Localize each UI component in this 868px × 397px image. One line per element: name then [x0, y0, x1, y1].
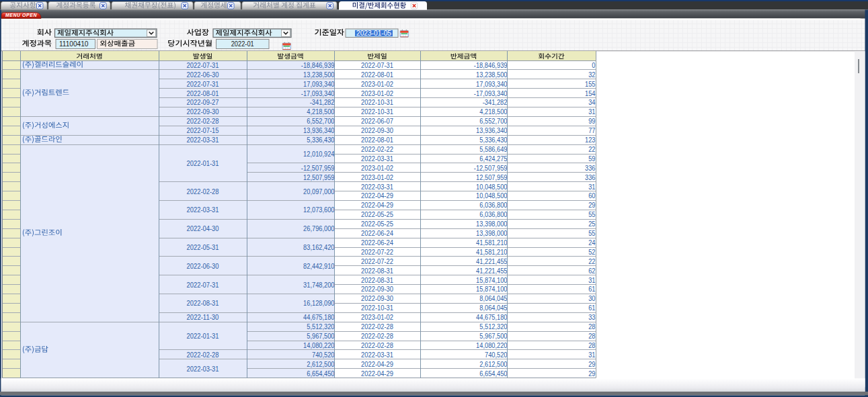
- svg-text:2022-03-31: 2022-03-31: [187, 206, 219, 214]
- svg-text:14,080,220: 14,080,220: [303, 341, 334, 349]
- svg-text:2022-05-31: 2022-05-31: [187, 243, 219, 251]
- svg-text:5,967,500: 5,967,500: [307, 332, 334, 340]
- svg-text:61: 61: [588, 304, 595, 312]
- svg-text:-18,846,939: -18,846,939: [474, 61, 508, 69]
- svg-text:2022-01: 2022-01: [231, 40, 254, 48]
- svg-text:20,097,000: 20,097,000: [303, 187, 334, 195]
- svg-text:31: 31: [588, 351, 595, 359]
- svg-text:55: 55: [588, 229, 595, 237]
- svg-text:2022-09-30: 2022-09-30: [187, 107, 219, 116]
- svg-text:61: 61: [588, 285, 595, 293]
- svg-text:5,512,320: 5,512,320: [479, 322, 507, 330]
- svg-text:28: 28: [588, 332, 595, 340]
- svg-text:336: 336: [585, 164, 595, 172]
- svg-text:2022-08-31: 2022-08-31: [187, 299, 219, 307]
- svg-text:5,512,320: 5,512,320: [307, 322, 334, 330]
- svg-text:10,048,500: 10,048,500: [476, 191, 507, 200]
- svg-text:2023-01-02: 2023-01-02: [361, 313, 393, 321]
- svg-text:-17,093,340: -17,093,340: [474, 89, 508, 97]
- svg-text:10,048,500: 10,048,500: [476, 183, 507, 191]
- svg-text:2022-02-28: 2022-02-28: [187, 117, 219, 125]
- svg-text:6,654,450: 6,654,450: [307, 369, 334, 378]
- svg-text:-341,282: -341,282: [483, 98, 508, 106]
- svg-text:154: 154: [585, 89, 595, 97]
- svg-text:13,238,500: 13,238,500: [476, 71, 507, 79]
- svg-text:2023-01-02: 2023-01-02: [361, 173, 393, 181]
- svg-text:2022-08-01: 2022-08-01: [361, 71, 393, 79]
- svg-text:13,936,340: 13,936,340: [476, 126, 507, 134]
- svg-text:60: 60: [588, 191, 595, 200]
- svg-text:2022-03-31: 2022-03-31: [187, 136, 219, 144]
- svg-text:MENU OPEN: MENU OPEN: [5, 13, 38, 17]
- svg-text:2022-10-31: 2022-10-31: [361, 98, 393, 106]
- svg-text:26,796,000: 26,796,000: [303, 224, 334, 232]
- svg-text:31: 31: [588, 183, 595, 191]
- svg-text:83,162,420: 83,162,420: [303, 243, 334, 251]
- svg-text:2022-06-24: 2022-06-24: [361, 229, 393, 237]
- svg-text:44,675,180: 44,675,180: [303, 313, 334, 321]
- svg-text:-12,507,959: -12,507,959: [474, 164, 508, 172]
- svg-text:29: 29: [588, 369, 595, 378]
- svg-text:2022-06-30: 2022-06-30: [187, 71, 219, 79]
- svg-text:4,218,500: 4,218,500: [307, 107, 334, 116]
- svg-text:22: 22: [588, 145, 595, 153]
- svg-text:2022-09-30: 2022-09-30: [361, 294, 393, 302]
- svg-text:13,936,340: 13,936,340: [303, 126, 334, 134]
- svg-text:8,064,045: 8,064,045: [479, 294, 507, 302]
- svg-text:41,581,210: 41,581,210: [476, 238, 507, 247]
- svg-text:6,654,450: 6,654,450: [479, 369, 507, 378]
- svg-text:2022-06-30: 2022-06-30: [187, 262, 219, 270]
- svg-text:740,520: 740,520: [485, 351, 508, 359]
- svg-text:99: 99: [588, 117, 595, 125]
- svg-text:2022-07-15: 2022-07-15: [187, 126, 219, 134]
- svg-text:59: 59: [588, 155, 595, 163]
- svg-text:2022-04-29: 2022-04-29: [361, 360, 393, 368]
- svg-text:12,073,600: 12,073,600: [303, 206, 334, 214]
- svg-text:-17,093,340: -17,093,340: [301, 89, 335, 97]
- svg-text:-341,282: -341,282: [310, 98, 335, 106]
- svg-text:5,586,649: 5,586,649: [479, 145, 507, 153]
- svg-text:5,967,500: 5,967,500: [479, 332, 507, 340]
- svg-text:41,221,455: 41,221,455: [476, 267, 507, 275]
- svg-text:2022-09-30: 2022-09-30: [361, 285, 393, 293]
- svg-text:55: 55: [588, 210, 595, 218]
- svg-text:2022-04-29: 2022-04-29: [361, 201, 393, 209]
- svg-text:2022-08-01: 2022-08-01: [187, 89, 219, 97]
- svg-text:6,552,700: 6,552,700: [307, 117, 334, 125]
- svg-text:2022-07-31: 2022-07-31: [187, 281, 219, 289]
- svg-text:2022-02-28: 2022-02-28: [361, 322, 393, 330]
- svg-text:2022-03-31: 2022-03-31: [361, 183, 393, 191]
- svg-text:2022-07-31: 2022-07-31: [187, 80, 219, 88]
- svg-text:2023-01-02: 2023-01-02: [361, 80, 393, 88]
- svg-text:2022-08-31: 2022-08-31: [361, 267, 393, 275]
- svg-text:5,336,430: 5,336,430: [479, 136, 507, 144]
- svg-text:13,398,000: 13,398,000: [476, 220, 507, 228]
- svg-text:2022-07-31: 2022-07-31: [361, 61, 393, 69]
- svg-text:29: 29: [588, 201, 595, 209]
- svg-text:2022-01-31: 2022-01-31: [187, 159, 219, 167]
- svg-text:4,218,500: 4,218,500: [479, 107, 507, 116]
- svg-text:34: 34: [588, 98, 595, 106]
- svg-text:44,675,180: 44,675,180: [476, 313, 507, 321]
- svg-text:2022-09-30: 2022-09-30: [361, 126, 393, 134]
- svg-text:-12,507,959: -12,507,959: [301, 164, 335, 172]
- svg-text:41,221,455: 41,221,455: [476, 257, 507, 265]
- svg-text:2022-07-31: 2022-07-31: [187, 61, 219, 69]
- svg-text:17,093,340: 17,093,340: [476, 80, 507, 88]
- svg-text:2022-09-27: 2022-09-27: [187, 98, 219, 106]
- svg-text:25: 25: [588, 220, 595, 228]
- svg-text:77: 77: [588, 126, 595, 134]
- svg-text:2022-05-25: 2022-05-25: [361, 210, 393, 218]
- svg-text:31: 31: [588, 107, 595, 116]
- svg-text:336: 336: [585, 173, 595, 181]
- svg-text:2022-03-31: 2022-03-31: [361, 155, 393, 163]
- svg-text:6,036,800: 6,036,800: [479, 210, 507, 218]
- svg-text:2022-08-01: 2022-08-01: [361, 136, 393, 144]
- svg-text:2022-04-29: 2022-04-29: [361, 191, 393, 200]
- svg-text:2022-02-22: 2022-02-22: [361, 145, 393, 153]
- svg-text:41,581,210: 41,581,210: [476, 248, 507, 256]
- svg-text:2022-04-29: 2022-04-29: [361, 369, 393, 378]
- svg-text:13,398,000: 13,398,000: [476, 229, 507, 237]
- svg-text:11100410: 11100410: [59, 40, 88, 48]
- svg-text:2022-03-31: 2022-03-31: [187, 365, 219, 373]
